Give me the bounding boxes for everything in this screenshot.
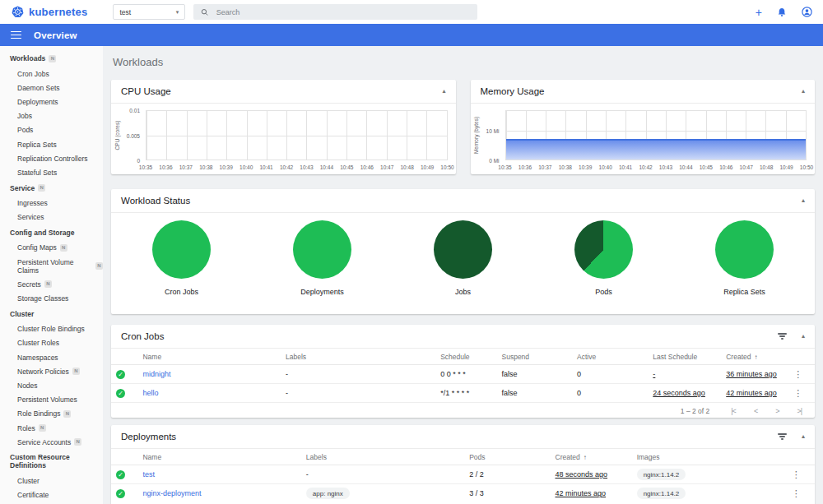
- x-tick-label: 10:41: [619, 164, 632, 170]
- collapse-icon[interactable]: ▴: [802, 88, 805, 95]
- namespace-value: test: [119, 8, 131, 16]
- row-name-link[interactable]: test: [142, 470, 155, 479]
- sidebar-item-role-bindings[interactable]: Role BindingsN: [0, 407, 103, 421]
- row-name-link[interactable]: midnight: [142, 370, 170, 378]
- x-tick-label: 10:45: [700, 164, 713, 170]
- sidebar-item-label: Persistent Volumes: [17, 395, 77, 404]
- column-header-name[interactable]: Name: [137, 349, 281, 365]
- sidebar-item-services[interactable]: Services: [0, 210, 103, 224]
- filter-icon[interactable]: [776, 432, 788, 442]
- sidebar-item-storage-classes[interactable]: Storage Classes: [0, 291, 103, 305]
- column-header-last-schedule[interactable]: Last Schedule: [648, 349, 721, 365]
- collapse-icon[interactable]: ▴: [802, 433, 805, 440]
- cron-jobs-title: Cron Jobs: [121, 331, 164, 341]
- sidebar-item-certificate[interactable]: Certificate: [0, 488, 103, 502]
- sidebar-item-label: Roles: [17, 424, 35, 432]
- row-menu-button[interactable]: ⋮: [793, 369, 802, 379]
- x-tick-label: 10:43: [659, 164, 672, 170]
- cell-name: hello: [137, 384, 281, 403]
- next-page-button[interactable]: >: [775, 407, 779, 415]
- sidebar-item-service-accounts[interactable]: Service AccountsN: [0, 435, 103, 449]
- column-header-labels[interactable]: Labels: [281, 349, 435, 365]
- pie-chart: [434, 220, 492, 279]
- column-header-suspend[interactable]: Suspend: [497, 349, 572, 365]
- column-header-label: Pods: [469, 453, 485, 461]
- sidebar-item-secrets[interactable]: SecretsN: [0, 277, 103, 291]
- sidebar-item-ingresses[interactable]: Ingresses: [0, 197, 103, 210]
- namespace-selector[interactable]: test ▾: [113, 4, 185, 20]
- collapse-icon[interactable]: ▴: [802, 197, 805, 204]
- pie-chart-label: Cron Jobs: [111, 288, 252, 296]
- workload-status-pie-deployments: Deployments: [252, 220, 393, 296]
- cell-created: 36 minutes ago: [721, 365, 788, 384]
- table-header-row: NameLabelsPodsCreated↑Images: [111, 449, 815, 465]
- menu-button[interactable]: [11, 31, 21, 39]
- sort-ascending-icon: ↑: [754, 354, 757, 361]
- column-header-created[interactable]: Created↑: [721, 349, 788, 365]
- grid-line: [447, 111, 448, 160]
- sidebar-item-deployments[interactable]: Deployments: [0, 95, 103, 109]
- create-resource-button[interactable]: +: [756, 7, 762, 18]
- sidebar-item-cluster-role-bindings[interactable]: Cluster Role Bindings: [0, 322, 103, 336]
- row-menu-button[interactable]: ⋮: [792, 488, 801, 498]
- sidebar-item-jobs[interactable]: Jobs: [0, 109, 103, 123]
- sidebar-item-replication-controllers[interactable]: Replication Controllers: [0, 151, 103, 165]
- sidebar-item-label: Cluster Roles: [17, 339, 59, 347]
- column-header-active[interactable]: Active: [572, 349, 648, 365]
- row-menu-button[interactable]: ⋮: [793, 388, 802, 398]
- sidebar-item-config-maps[interactable]: Config MapsN: [0, 241, 103, 255]
- last-page-button[interactable]: >|: [797, 407, 802, 415]
- previous-page-button[interactable]: <: [754, 407, 757, 415]
- sidebar-item-cluster-roles[interactable]: Cluster Roles: [0, 336, 103, 350]
- column-header-schedule[interactable]: Schedule: [435, 349, 496, 365]
- column-header-labels[interactable]: Labels: [301, 449, 464, 465]
- main-content: Workloads CPU Usage ▴ CPU (cores)0.010.0…: [103, 46, 823, 504]
- table-row: ✓hello-*/1 * * * *false024 seconds ago42…: [111, 384, 815, 403]
- notifications-button[interactable]: [777, 7, 787, 17]
- sort-ascending-icon: ↑: [584, 454, 587, 461]
- search-input[interactable]: [216, 8, 471, 16]
- account-icon: [802, 7, 812, 17]
- column-header-spacer: [111, 449, 137, 465]
- first-page-button[interactable]: |<: [731, 407, 736, 415]
- x-tick-label: 10:45: [340, 164, 353, 170]
- sidebar-item-network-policies[interactable]: Network PoliciesN: [0, 364, 103, 378]
- sidebar-item-replica-sets[interactable]: Replica Sets: [0, 137, 103, 151]
- row-name-link[interactable]: hello: [142, 389, 158, 397]
- sidebar-item-cron-jobs[interactable]: Cron Jobs: [0, 67, 103, 81]
- column-header-created[interactable]: Created↑: [551, 449, 632, 465]
- cell-labels: -: [281, 365, 435, 384]
- status-ok-icon: ✓: [116, 470, 125, 479]
- status-ok-icon: ✓: [116, 489, 125, 498]
- header-actions: +: [756, 7, 812, 18]
- account-button[interactable]: [802, 7, 812, 17]
- sidebar-item-namespaces[interactable]: Namespaces: [0, 350, 103, 364]
- column-header-pods[interactable]: Pods: [464, 449, 550, 465]
- sidebar-item-nodes[interactable]: Nodes: [0, 378, 103, 392]
- sidebar-item-persistent-volume-claims[interactable]: Persistent Volume ClaimsN: [0, 255, 103, 277]
- sidebar-item-daemon-sets[interactable]: Daemon Sets: [0, 81, 103, 95]
- sidebar-item-cluster[interactable]: Cluster: [0, 474, 103, 488]
- sidebar-item-pods[interactable]: Pods: [0, 123, 103, 137]
- table-row: ✓midnight-0 0 * * *false0-36 minutes ago…: [111, 365, 815, 384]
- cell-status: ✓: [111, 465, 137, 484]
- sidebar-item-roles[interactable]: RolesN: [0, 421, 103, 435]
- column-header-name[interactable]: Name: [137, 449, 300, 465]
- row-name-link[interactable]: nginx-deployment: [142, 489, 201, 497]
- collapse-icon[interactable]: ▴: [802, 333, 805, 340]
- filter-icon[interactable]: [776, 331, 788, 341]
- image-chip: nginx:1.14.2: [637, 488, 686, 499]
- search-bar[interactable]: [193, 4, 477, 20]
- cron-jobs-table: NameLabelsScheduleSuspendActiveLast Sche…: [111, 349, 815, 403]
- sidebar-item-persistent-volumes[interactable]: Persistent Volumes: [0, 393, 103, 407]
- sidebar-section-workloads: WorkloadsN: [0, 50, 103, 67]
- sidebar-item-label: Replication Controllers: [17, 155, 88, 163]
- collapse-icon[interactable]: ▴: [442, 88, 445, 95]
- row-menu-button[interactable]: ⋮: [792, 469, 801, 479]
- column-header-images[interactable]: Images: [632, 449, 787, 465]
- workload-status-card: Workload Status ▴ Cron JobsDeploymentsJo…: [111, 189, 815, 314]
- kubernetes-logo[interactable]: kubernetes: [11, 5, 87, 19]
- sidebar-item-stateful-sets[interactable]: Stateful Sets: [0, 165, 103, 179]
- sidebar-item-label: Role Bindings: [17, 409, 60, 418]
- column-header-label: Last Schedule: [653, 353, 697, 361]
